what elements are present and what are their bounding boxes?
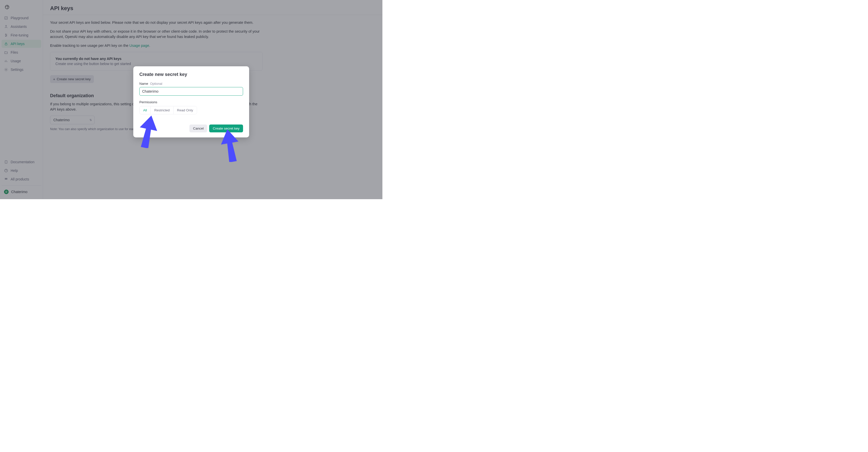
permissions-segment: All Restricted Read Only (140, 106, 197, 114)
name-input[interactable] (140, 87, 243, 96)
create-key-modal: Create new secret key Name Optional Perm… (133, 66, 249, 138)
permissions-label: Permissions (140, 100, 243, 104)
name-label-text: Name (140, 82, 148, 86)
name-field-label: Name Optional (140, 82, 243, 86)
perm-option-readonly[interactable]: Read Only (173, 106, 197, 114)
cancel-button[interactable]: Cancel (189, 124, 207, 132)
perm-option-all[interactable]: All (140, 106, 151, 114)
create-secret-key-button[interactable]: Create secret key (209, 124, 243, 132)
modal-title: Create new secret key (140, 72, 243, 77)
name-optional-text: Optional (150, 82, 162, 86)
modal-actions: Cancel Create secret key (140, 124, 243, 132)
perm-option-restricted[interactable]: Restricted (151, 106, 173, 114)
modal-overlay[interactable]: Create new secret key Name Optional Perm… (0, 0, 382, 199)
